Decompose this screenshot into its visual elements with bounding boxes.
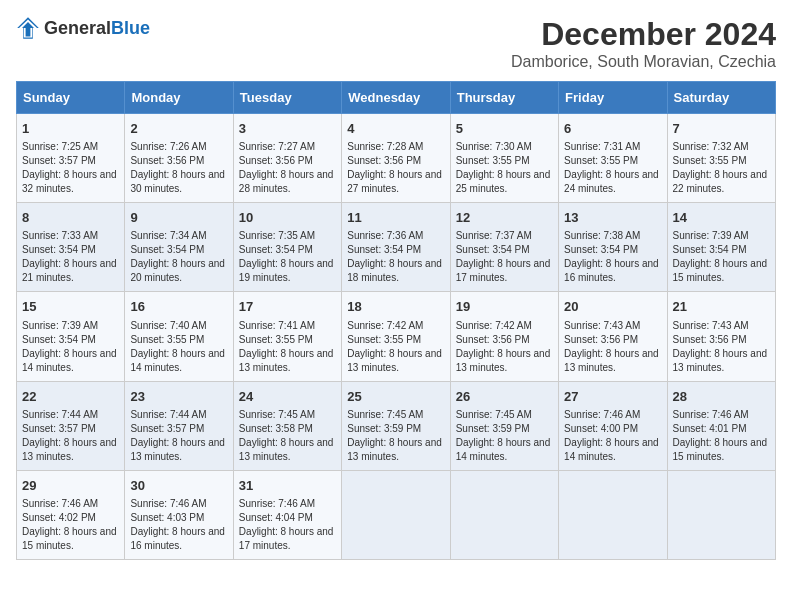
day-info: Sunrise: 7:44 AMSunset: 3:57 PMDaylight:… [22, 408, 119, 464]
day-number: 17 [239, 298, 336, 316]
day-info-line: Sunset: 3:54 PM [239, 244, 313, 255]
day-number: 5 [456, 120, 553, 138]
weekday-header-monday: Monday [125, 82, 233, 114]
week-row-5: 29Sunrise: 7:46 AMSunset: 4:02 PMDayligh… [17, 470, 776, 559]
day-number: 21 [673, 298, 770, 316]
day-info-line: Sunset: 3:57 PM [22, 423, 96, 434]
day-number: 1 [22, 120, 119, 138]
day-number: 31 [239, 477, 336, 495]
day-info: Sunrise: 7:45 AMSunset: 3:58 PMDaylight:… [239, 408, 336, 464]
table-row: 1Sunrise: 7:25 AMSunset: 3:57 PMDaylight… [17, 114, 125, 203]
day-info-line: Sunset: 3:54 PM [130, 244, 204, 255]
day-info-line: Daylight: 8 hours and 13 minutes. [564, 348, 659, 373]
day-info-line: Sunrise: 7:42 AM [456, 320, 532, 331]
header: GeneralBlue December 2024 Damborice, Sou… [16, 16, 776, 71]
day-number: 4 [347, 120, 444, 138]
day-info: Sunrise: 7:45 AMSunset: 3:59 PMDaylight:… [456, 408, 553, 464]
calendar-title: December 2024 [511, 16, 776, 53]
day-info-line: Sunrise: 7:30 AM [456, 141, 532, 152]
table-row: 14Sunrise: 7:39 AMSunset: 3:54 PMDayligh… [667, 203, 775, 292]
day-number: 6 [564, 120, 661, 138]
day-info-line: Sunset: 4:00 PM [564, 423, 638, 434]
day-info: Sunrise: 7:46 AMSunset: 4:01 PMDaylight:… [673, 408, 770, 464]
day-number: 23 [130, 388, 227, 406]
day-info: Sunrise: 7:37 AMSunset: 3:54 PMDaylight:… [456, 229, 553, 285]
day-info: Sunrise: 7:46 AMSunset: 4:00 PMDaylight:… [564, 408, 661, 464]
day-info: Sunrise: 7:41 AMSunset: 3:55 PMDaylight:… [239, 319, 336, 375]
table-row: 13Sunrise: 7:38 AMSunset: 3:54 PMDayligh… [559, 203, 667, 292]
table-row: 8Sunrise: 7:33 AMSunset: 3:54 PMDaylight… [17, 203, 125, 292]
day-info-line: Sunset: 3:54 PM [22, 334, 96, 345]
day-info: Sunrise: 7:27 AMSunset: 3:56 PMDaylight:… [239, 140, 336, 196]
day-info-line: Sunrise: 7:34 AM [130, 230, 206, 241]
day-info-line: Sunrise: 7:35 AM [239, 230, 315, 241]
day-info-line: Daylight: 8 hours and 30 minutes. [130, 169, 225, 194]
day-info-line: Daylight: 8 hours and 14 minutes. [130, 348, 225, 373]
day-info-line: Sunrise: 7:37 AM [456, 230, 532, 241]
day-number: 9 [130, 209, 227, 227]
day-info-line: Daylight: 8 hours and 13 minutes. [239, 348, 334, 373]
day-number: 11 [347, 209, 444, 227]
weekday-header-wednesday: Wednesday [342, 82, 450, 114]
day-info-line: Sunrise: 7:39 AM [22, 320, 98, 331]
day-info: Sunrise: 7:44 AMSunset: 3:57 PMDaylight:… [130, 408, 227, 464]
day-info: Sunrise: 7:26 AMSunset: 3:56 PMDaylight:… [130, 140, 227, 196]
day-info: Sunrise: 7:43 AMSunset: 3:56 PMDaylight:… [564, 319, 661, 375]
table-row: 15Sunrise: 7:39 AMSunset: 3:54 PMDayligh… [17, 292, 125, 381]
day-info-line: Sunrise: 7:46 AM [673, 409, 749, 420]
day-info: Sunrise: 7:32 AMSunset: 3:55 PMDaylight:… [673, 140, 770, 196]
day-info-line: Sunset: 3:57 PM [22, 155, 96, 166]
day-info: Sunrise: 7:40 AMSunset: 3:55 PMDaylight:… [130, 319, 227, 375]
day-info-line: Daylight: 8 hours and 20 minutes. [130, 258, 225, 283]
day-info-line: Daylight: 8 hours and 13 minutes. [239, 437, 334, 462]
table-row: 30Sunrise: 7:46 AMSunset: 4:03 PMDayligh… [125, 470, 233, 559]
day-info-line: Sunrise: 7:36 AM [347, 230, 423, 241]
day-info-line: Sunset: 3:56 PM [239, 155, 313, 166]
day-number: 19 [456, 298, 553, 316]
day-number: 12 [456, 209, 553, 227]
day-info-line: Sunrise: 7:44 AM [22, 409, 98, 420]
day-info-line: Sunset: 3:55 PM [347, 334, 421, 345]
table-row: 17Sunrise: 7:41 AMSunset: 3:55 PMDayligh… [233, 292, 341, 381]
day-info-line: Sunset: 3:56 PM [673, 334, 747, 345]
table-row: 2Sunrise: 7:26 AMSunset: 3:56 PMDaylight… [125, 114, 233, 203]
day-info: Sunrise: 7:46 AMSunset: 4:03 PMDaylight:… [130, 497, 227, 553]
day-info-line: Sunset: 3:59 PM [347, 423, 421, 434]
day-info-line: Sunset: 3:56 PM [130, 155, 204, 166]
day-info-line: Sunrise: 7:42 AM [347, 320, 423, 331]
day-info-line: Sunset: 3:56 PM [564, 334, 638, 345]
day-info-line: Sunrise: 7:26 AM [130, 141, 206, 152]
week-row-4: 22Sunrise: 7:44 AMSunset: 3:57 PMDayligh… [17, 381, 776, 470]
day-info-line: Sunset: 3:54 PM [456, 244, 530, 255]
day-info-line: Sunset: 4:04 PM [239, 512, 313, 523]
day-number: 3 [239, 120, 336, 138]
weekday-header-friday: Friday [559, 82, 667, 114]
day-number: 15 [22, 298, 119, 316]
day-info-line: Sunset: 3:55 PM [456, 155, 530, 166]
day-info-line: Sunset: 3:54 PM [673, 244, 747, 255]
day-number: 10 [239, 209, 336, 227]
day-info-line: Daylight: 8 hours and 17 minutes. [239, 526, 334, 551]
day-info-line: Sunrise: 7:39 AM [673, 230, 749, 241]
day-info-line: Daylight: 8 hours and 13 minutes. [456, 348, 551, 373]
calendar-subtitle: Damborice, South Moravian, Czechia [511, 53, 776, 71]
day-info: Sunrise: 7:45 AMSunset: 3:59 PMDaylight:… [347, 408, 444, 464]
day-info-line: Daylight: 8 hours and 25 minutes. [456, 169, 551, 194]
day-info-line: Daylight: 8 hours and 13 minutes. [673, 348, 768, 373]
day-info-line: Daylight: 8 hours and 13 minutes. [347, 437, 442, 462]
day-info-line: Sunrise: 7:40 AM [130, 320, 206, 331]
table-row: 20Sunrise: 7:43 AMSunset: 3:56 PMDayligh… [559, 292, 667, 381]
day-info: Sunrise: 7:30 AMSunset: 3:55 PMDaylight:… [456, 140, 553, 196]
day-number: 26 [456, 388, 553, 406]
day-info: Sunrise: 7:39 AMSunset: 3:54 PMDaylight:… [673, 229, 770, 285]
day-info-line: Daylight: 8 hours and 19 minutes. [239, 258, 334, 283]
table-row: 22Sunrise: 7:44 AMSunset: 3:57 PMDayligh… [17, 381, 125, 470]
day-number: 13 [564, 209, 661, 227]
day-number: 18 [347, 298, 444, 316]
day-info: Sunrise: 7:38 AMSunset: 3:54 PMDaylight:… [564, 229, 661, 285]
table-row: 16Sunrise: 7:40 AMSunset: 3:55 PMDayligh… [125, 292, 233, 381]
day-info: Sunrise: 7:31 AMSunset: 3:55 PMDaylight:… [564, 140, 661, 196]
day-info-line: Sunset: 3:56 PM [347, 155, 421, 166]
day-info-line: Sunset: 3:59 PM [456, 423, 530, 434]
table-row: 27Sunrise: 7:46 AMSunset: 4:00 PMDayligh… [559, 381, 667, 470]
